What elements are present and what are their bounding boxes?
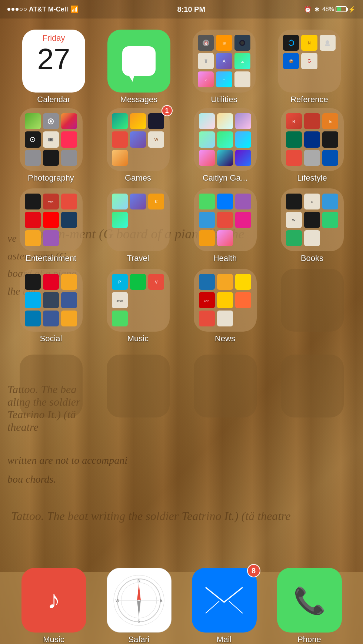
svg-text:W: W: [116, 598, 120, 603]
news-folder-wrapper[interactable]: CNN News: [188, 269, 262, 343]
caitlyn-mini-3: [235, 113, 251, 129]
util-mini-1: ⏰: [198, 35, 214, 51]
photo-mini-1: [25, 113, 41, 129]
travel-mini-8: [130, 230, 146, 246]
dock: ♪ Music N S W E Safari: [0, 572, 363, 644]
caitlyn-mini-8: [217, 150, 233, 166]
music-mini-6: [148, 292, 164, 308]
music-folder-label: Music: [127, 334, 149, 343]
signal-dot-4: [20, 8, 23, 11]
dock-phone-wrapper[interactable]: 📞 Phone: [277, 568, 342, 644]
caitlyn-folder[interactable]: [194, 108, 257, 171]
caitlyn-folder-wrapper[interactable]: Caitlyn Ga...: [188, 108, 262, 183]
games-badge: 1: [161, 105, 173, 116]
signal-dots: [7, 8, 27, 11]
dock-mail-icon[interactable]: 8: [192, 568, 257, 633]
games-mini-3: [148, 113, 164, 129]
entertainment-folder[interactable]: TED: [20, 188, 83, 251]
social-mini-9: [61, 311, 77, 326]
music-mini-9: [148, 311, 164, 326]
ref-mini-1: [283, 35, 299, 51]
music-mini-3: V: [148, 274, 164, 290]
social-mini-8: [43, 311, 59, 326]
utilities-folder[interactable]: ⏰ ⊞ A ☁ ♪: [193, 30, 256, 93]
caitlyn-mini-1: [199, 113, 215, 129]
calendar-icon[interactable]: Friday 27: [22, 30, 85, 93]
svg-text:R: R: [293, 120, 295, 124]
news-mini-7: [199, 311, 215, 326]
books-folder-wrapper[interactable]: K W Books: [275, 188, 349, 263]
music-mini-4: amzn: [112, 292, 128, 308]
dock-phone-icon[interactable]: 📞: [277, 568, 342, 633]
games-mini-2: [130, 113, 146, 129]
news-mini-4: CNN: [199, 292, 215, 308]
svg-text:A: A: [223, 59, 226, 63]
lifestyle-folder[interactable]: R E: [281, 108, 344, 171]
signal-dot-5: [24, 8, 27, 11]
books-mini-3: [322, 194, 338, 209]
reference-folder-wrapper[interactable]: N 📦 G Reference: [272, 30, 346, 104]
games-folder-wrapper[interactable]: 1 W Games: [101, 108, 175, 183]
news-mini-9: [235, 311, 251, 326]
dock-music-icon[interactable]: ♪: [21, 568, 86, 633]
utilities-folder-wrapper[interactable]: ⏰ ⊞ A ☁ ♪: [187, 30, 261, 104]
social-label: Social: [40, 334, 62, 343]
lifestyle-mini-9: [322, 150, 338, 166]
ref-mini-6: [320, 53, 336, 69]
ref-mini-7: [283, 71, 299, 87]
books-label: Books: [301, 254, 323, 263]
games-mini-5: [130, 131, 146, 147]
music-mini-5: [130, 292, 146, 308]
status-left: AT&T M-Cell 📶: [7, 5, 79, 13]
health-mini-3: [235, 194, 251, 209]
messages-app-wrapper[interactable]: Messages: [102, 30, 176, 104]
games-folder[interactable]: 1 W: [107, 108, 170, 171]
svg-text:CNN: CNN: [204, 299, 210, 302]
photography-folder-wrapper[interactable]: Photography: [14, 108, 88, 183]
dock-safari-wrapper[interactable]: N S W E Safari: [107, 568, 171, 644]
news-folder[interactable]: CNN: [194, 269, 257, 332]
health-folder[interactable]: [194, 188, 257, 251]
health-mini-5: [217, 212, 233, 228]
ent-mini-5: [43, 212, 59, 228]
lifestyle-mini-1: R: [286, 113, 302, 129]
social-folder[interactable]: [20, 269, 83, 332]
messages-icon[interactable]: [107, 30, 170, 93]
svg-text:K: K: [155, 199, 158, 204]
games-mini-7: [112, 150, 128, 166]
dock-safari-icon[interactable]: N S W E: [107, 568, 171, 633]
ref-mini-9: [320, 71, 336, 87]
bluetooth-icon: ✱: [314, 6, 319, 13]
status-right: ⏰ ✱ 48% ⚡: [304, 6, 356, 13]
dock-music-wrapper[interactable]: ♪ Music: [21, 568, 86, 644]
home-screen: Friday 27 Calendar Messages ⏰ ⊞: [0, 19, 363, 644]
music-mini-2: [130, 274, 146, 290]
calendar-inner: Friday 27: [22, 30, 85, 93]
news-mini-2: [217, 274, 233, 290]
health-mini-7: [199, 230, 215, 246]
travel-folder-wrapper[interactable]: K Travel: [101, 188, 175, 263]
reference-folder[interactable]: N 📦 G: [278, 30, 341, 93]
lifestyle-folder-wrapper[interactable]: R E Lifestyle: [275, 108, 349, 183]
svg-text:E: E: [329, 120, 332, 124]
dock-mail-wrapper[interactable]: 8 Mail: [192, 568, 257, 644]
social-folder-wrapper[interactable]: Social: [14, 269, 88, 343]
caitlyn-mini-2: [217, 113, 233, 129]
util-mini-4: [198, 53, 214, 69]
photography-folder[interactable]: [20, 108, 83, 171]
photography-label: Photography: [28, 173, 74, 183]
books-folder[interactable]: K W: [281, 188, 344, 251]
music-folder-icon[interactable]: P V amzn: [107, 269, 170, 332]
health-folder-wrapper[interactable]: Health: [188, 188, 262, 263]
svg-point-12: [326, 40, 329, 44]
music-folder-wrapper[interactable]: P V amzn Music: [101, 269, 175, 343]
news-mini-3: [235, 274, 251, 290]
entertainment-folder-wrapper[interactable]: TED Entertainment: [14, 188, 88, 263]
calendar-app-wrapper[interactable]: Friday 27 Calendar: [17, 30, 91, 104]
svg-text:amzn: amzn: [117, 299, 123, 302]
svg-text:W: W: [292, 218, 296, 222]
travel-folder[interactable]: K: [107, 188, 170, 251]
caitlyn-label: Caitlyn Ga...: [203, 173, 247, 183]
messages-bubble: [122, 46, 156, 76]
ent-mini-3: [61, 194, 77, 209]
